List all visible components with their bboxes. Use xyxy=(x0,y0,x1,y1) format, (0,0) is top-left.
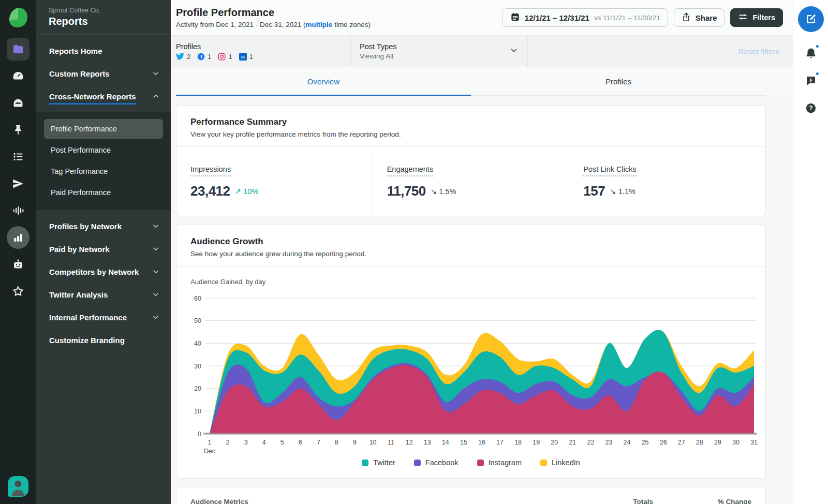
pin-icon[interactable] xyxy=(7,118,29,141)
svg-text:13: 13 xyxy=(424,439,431,446)
svg-text:9: 9 xyxy=(353,439,357,446)
filters-button[interactable]: Filters xyxy=(730,8,783,27)
legend-swatch xyxy=(414,459,421,466)
tab-profiles[interactable]: Profiles xyxy=(471,67,766,95)
legend-instagram[interactable]: Instagram xyxy=(477,458,522,467)
svg-text:60: 60 xyxy=(194,295,201,302)
post-types-filter[interactable]: Post Types Viewing All xyxy=(351,36,528,67)
sidebar-item-paid-by-network[interactable]: Paid by Network xyxy=(36,238,171,261)
svg-text:50: 50 xyxy=(194,317,201,324)
help-icon[interactable]: ? xyxy=(800,97,822,119)
svg-text:0: 0 xyxy=(198,431,201,438)
trend-down-icon: ↘ xyxy=(431,187,437,196)
star-icon[interactable] xyxy=(7,280,29,303)
reset-filters-link[interactable]: Reset filters xyxy=(738,47,793,56)
svg-text:31: 31 xyxy=(750,439,758,446)
svg-text:12: 12 xyxy=(406,439,413,446)
svg-text:22: 22 xyxy=(587,439,594,446)
sidebar-item-reports-home[interactable]: Reports Home xyxy=(36,40,171,63)
svg-text:24: 24 xyxy=(624,439,631,446)
svg-text:10: 10 xyxy=(369,439,377,446)
chevron-down-icon xyxy=(152,70,159,79)
facebook-icon: f xyxy=(197,53,205,61)
metric-label[interactable]: Impressions xyxy=(190,165,231,176)
svg-text:20: 20 xyxy=(551,439,558,446)
sidebar-item-profiles-by-network[interactable]: Profiles by Network xyxy=(36,215,171,238)
profile-count-instagram: 1 xyxy=(218,53,232,61)
paper-plane-icon[interactable] xyxy=(7,172,29,195)
share-button[interactable]: Share xyxy=(674,8,725,27)
sprout-leaf-logo[interactable] xyxy=(7,6,29,29)
trend-down-icon: ↘ xyxy=(610,187,616,196)
svg-text:2: 2 xyxy=(226,439,230,446)
report-content: Performance Summary View your key profil… xyxy=(171,96,793,504)
chevron-down-icon xyxy=(152,245,159,254)
tab-strip: OverviewProfiles xyxy=(171,67,793,96)
performance-summary-title: Performance Summary xyxy=(190,117,751,127)
sidebar-item-twitter-analysis[interactable]: Twitter Analysis xyxy=(36,284,171,306)
sidebar-item-cross-network-reports[interactable]: Cross-Network Reports xyxy=(36,85,171,108)
bar-chart-icon[interactable] xyxy=(7,226,29,249)
legend-swatch xyxy=(540,459,547,466)
notifications-bell-icon[interactable] xyxy=(800,42,822,64)
multiple-timezones-link[interactable]: multiple xyxy=(306,21,333,28)
reporting-period: Activity from Dec 1, 2021 - Dec 31, 2021… xyxy=(176,21,371,28)
compose-button[interactable] xyxy=(798,6,824,32)
sidebar-item-customize-branding[interactable]: Customize Branding xyxy=(36,329,171,352)
cross-network-section: Profile PerformancePost PerformanceTag P… xyxy=(36,112,171,210)
profiles-filter[interactable]: Profiles 2 f 1 1 in 1 xyxy=(171,36,351,67)
metric-label[interactable]: Post Link Clicks xyxy=(583,165,636,176)
audience-metrics-card: Audience MetricsTotals% Change xyxy=(176,487,766,504)
audience-growth-card: Audience Growth See how your audience gr… xyxy=(176,225,766,479)
legend-linkedin[interactable]: LinkedIn xyxy=(540,458,580,467)
sidebar-item-custom-reports[interactable]: Custom Reports xyxy=(36,63,171,85)
calendar-icon xyxy=(510,12,520,23)
metric-value: 157 xyxy=(583,183,605,199)
svg-text:27: 27 xyxy=(678,439,685,446)
chevron-down-icon xyxy=(152,291,159,300)
svg-text:?: ? xyxy=(809,105,812,112)
legend-twitter[interactable]: Twitter xyxy=(362,458,395,467)
sidebar-header: Sprout Coffee Co. Reports xyxy=(36,0,171,35)
profile-count-facebook: f 1 xyxy=(197,53,211,61)
messages-lightning-icon[interactable] xyxy=(800,70,822,92)
sidebar-item-profile-performance[interactable]: Profile Performance xyxy=(44,119,163,139)
svg-text:11: 11 xyxy=(388,439,394,446)
svg-text:8: 8 xyxy=(335,439,338,446)
svg-text:40: 40 xyxy=(194,340,201,347)
page-header: Profile Performance Activity from Dec 1,… xyxy=(171,0,793,35)
notification-dot xyxy=(815,71,820,76)
profile-count-twitter: 2 xyxy=(176,53,190,61)
metric-label[interactable]: Engagements xyxy=(387,165,433,176)
tab-overview[interactable]: Overview xyxy=(176,67,471,95)
svg-text:25: 25 xyxy=(642,439,649,446)
sidebar-item-post-performance[interactable]: Post Performance xyxy=(44,140,163,160)
svg-text:28: 28 xyxy=(696,439,703,446)
metric-post-link-clicks: Post Link Clicks 157 ↘ 1.1% xyxy=(569,147,765,216)
list-icon[interactable] xyxy=(7,145,29,168)
gauge-icon[interactable] xyxy=(7,65,29,87)
inbox-icon[interactable] xyxy=(7,92,29,114)
sidebar-item-paid-performance[interactable]: Paid Performance xyxy=(44,183,163,202)
waveform-icon[interactable] xyxy=(7,199,29,222)
svg-text:23: 23 xyxy=(605,439,613,446)
sidebar-item-internal-performance[interactable]: Internal Performance xyxy=(36,306,171,329)
utility-rail: ? xyxy=(793,0,828,504)
app-rail xyxy=(0,0,36,504)
svg-text:30: 30 xyxy=(732,439,740,446)
audience-growth-chart: 0102030405060123456789101112131415161718… xyxy=(176,291,765,456)
share-icon xyxy=(682,12,691,24)
folder-icon[interactable] xyxy=(7,38,29,61)
chevron-down-icon xyxy=(510,46,518,56)
sidebar-item-competitors-by-network[interactable]: Competitors by Network xyxy=(36,261,171,284)
chart-label: Audience Gained, by day xyxy=(176,266,765,286)
post-types-filter-label: Post Types xyxy=(360,42,396,51)
legend-facebook[interactable]: Facebook xyxy=(414,458,459,467)
filters-label: Filters xyxy=(752,13,775,22)
date-range-button[interactable]: 12/1/21 – 12/31/21 vs 11/1/21 – 11/30/21 xyxy=(502,8,668,27)
sidebar-item-tag-performance[interactable]: Tag Performance xyxy=(44,161,163,181)
robot-icon[interactable] xyxy=(7,253,29,276)
svg-text:16: 16 xyxy=(478,439,485,446)
user-avatar[interactable] xyxy=(8,476,28,497)
reports-sidebar: Sprout Coffee Co. Reports Reports Home C… xyxy=(36,0,171,504)
